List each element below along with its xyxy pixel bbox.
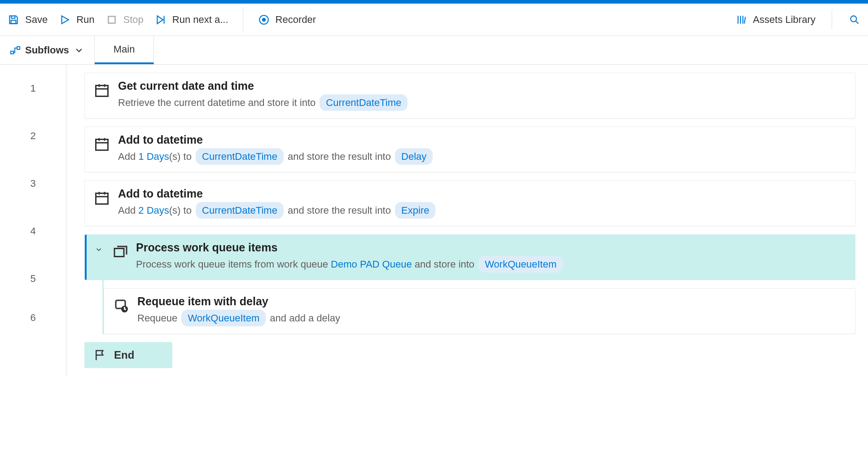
save-label: Save xyxy=(25,14,48,26)
toolbar: Save Run Stop Run next a... Recorder xyxy=(0,4,868,36)
svg-rect-8 xyxy=(96,140,108,150)
desc-text: and store the result into xyxy=(288,205,391,216)
variable-chip[interactable]: Delay xyxy=(395,148,433,165)
search-icon xyxy=(848,13,861,26)
action-body: Add to datetime Add 2 Days(s) to Current… xyxy=(118,187,437,219)
stop-button: Stop xyxy=(105,13,144,26)
calendar-icon xyxy=(94,82,110,98)
action-title: Requeue item with delay xyxy=(137,295,340,308)
action-body: Requeue item with delay Requeue WorkQueu… xyxy=(137,295,340,326)
stop-icon xyxy=(105,13,118,26)
tab-main-label: Main xyxy=(114,44,135,55)
svg-point-3 xyxy=(262,18,266,22)
desc-text: and store into xyxy=(415,259,474,270)
variable-chip[interactable]: WorkQueueItem xyxy=(181,310,266,326)
action-body: Process work queue items Process work qu… xyxy=(136,241,564,272)
toolbar-separator xyxy=(243,7,243,32)
workspace: 1 2 3 4 5 6 Get current date and time Re… xyxy=(0,65,868,376)
svg-point-4 xyxy=(850,16,856,22)
queue-icon xyxy=(112,244,128,260)
line-number: 4 xyxy=(0,207,66,255)
variable-chip[interactable]: CurrentDateTime xyxy=(320,94,408,111)
value-link[interactable]: 2 Days xyxy=(138,205,169,216)
action-title: Get current date and time xyxy=(118,79,409,92)
line-number: 1 xyxy=(0,65,66,112)
action-description: Retrieve the current datetime and store … xyxy=(118,94,409,111)
action-description: Requeue WorkQueueItem and add a delay xyxy=(137,310,340,326)
svg-rect-7 xyxy=(96,86,108,97)
svg-rect-1 xyxy=(108,16,115,23)
flow-canvas: Get current date and time Retrieve the c… xyxy=(66,65,868,376)
action-body: Get current date and time Retrieve the c… xyxy=(118,79,409,111)
action-title: Process work queue items xyxy=(136,241,564,254)
desc-text: (s) to xyxy=(169,205,192,216)
tab-main[interactable]: Main xyxy=(95,36,154,64)
toolbar-left-group: Save Run Stop Run next a... xyxy=(7,13,228,26)
assets-library-button[interactable]: Assets Library xyxy=(735,13,815,26)
action-description: Add 2 Days(s) to CurrentDateTime and sto… xyxy=(118,202,437,219)
subflows-dropdown[interactable]: Subflows xyxy=(0,36,95,64)
window-accent-bar xyxy=(0,0,868,4)
action-get-datetime[interactable]: Get current date and time Retrieve the c… xyxy=(84,73,855,119)
assets-library-label: Assets Library xyxy=(753,14,815,26)
toolbar-separator-right xyxy=(832,10,832,30)
step-icon xyxy=(154,13,167,26)
value-link[interactable]: 1 Days xyxy=(138,151,169,162)
collapse-toggle[interactable] xyxy=(94,241,104,254)
action-description: Process work queue items from work queue… xyxy=(136,256,564,272)
sub-navigation: Subflows Main xyxy=(0,36,868,65)
run-button[interactable]: Run xyxy=(58,13,94,26)
line-number: 5 xyxy=(0,255,66,303)
line-number: 3 xyxy=(0,160,66,207)
line-number-gutter: 1 2 3 4 5 6 xyxy=(0,65,66,376)
recorder-button[interactable]: Recorder xyxy=(258,13,316,26)
run-next-label: Run next a... xyxy=(172,14,228,26)
save-button[interactable]: Save xyxy=(7,13,48,26)
line-number: 2 xyxy=(0,112,66,160)
action-end-block[interactable]: End xyxy=(84,342,172,368)
library-icon xyxy=(735,13,748,26)
variable-chip[interactable]: WorkQueueItem xyxy=(478,256,563,272)
flag-icon xyxy=(93,348,107,362)
action-process-work-queue[interactable]: Process work queue items Process work qu… xyxy=(84,234,855,280)
desc-text: (s) to xyxy=(169,151,192,162)
action-title: Add to datetime xyxy=(118,133,434,146)
chevron-down-icon xyxy=(74,45,84,56)
svg-rect-6 xyxy=(17,47,20,49)
action-body: Add to datetime Add 1 Days(s) to Current… xyxy=(118,133,434,165)
nested-block: Requeue item with delay Requeue WorkQueu… xyxy=(102,280,855,334)
calendar-icon xyxy=(94,190,110,206)
desc-text: Requeue xyxy=(137,312,177,324)
calendar-icon xyxy=(94,136,110,152)
requeue-icon xyxy=(113,298,129,314)
variable-chip[interactable]: Expire xyxy=(395,202,435,219)
variable-chip[interactable]: CurrentDateTime xyxy=(196,202,284,219)
desc-text: and store the result into xyxy=(288,151,391,162)
value-link[interactable]: Demo PAD Queue xyxy=(331,259,412,270)
recorder-label: Recorder xyxy=(276,14,316,26)
line-number: 6 xyxy=(0,303,66,333)
run-label: Run xyxy=(76,14,94,26)
desc-text: Process work queue items from work queue xyxy=(136,259,328,270)
end-label: End xyxy=(114,349,134,361)
desc-text: Retrieve the current datetime and store … xyxy=(118,97,316,108)
run-next-button[interactable]: Run next a... xyxy=(154,13,228,26)
flow-icon xyxy=(10,45,21,56)
action-requeue-item[interactable]: Requeue item with delay Requeue WorkQueu… xyxy=(104,288,855,334)
svg-rect-0 xyxy=(11,20,16,24)
toolbar-right-group: Assets Library xyxy=(735,10,861,30)
variable-chip[interactable]: CurrentDateTime xyxy=(196,148,284,165)
desc-text: Add xyxy=(118,205,136,216)
action-title: Add to datetime xyxy=(118,187,437,200)
action-add-datetime-1[interactable]: Add to datetime Add 1 Days(s) to Current… xyxy=(84,127,855,172)
svg-rect-10 xyxy=(114,249,124,257)
desc-text: and add a delay xyxy=(270,312,340,324)
svg-rect-9 xyxy=(96,193,108,204)
play-icon xyxy=(58,13,71,26)
stop-label: Stop xyxy=(123,14,144,26)
search-button[interactable] xyxy=(848,13,861,26)
record-icon xyxy=(258,13,270,26)
action-add-datetime-2[interactable]: Add to datetime Add 2 Days(s) to Current… xyxy=(84,180,855,226)
desc-text: Add xyxy=(118,151,136,162)
action-description: Add 1 Days(s) to CurrentDateTime and sto… xyxy=(118,148,434,165)
